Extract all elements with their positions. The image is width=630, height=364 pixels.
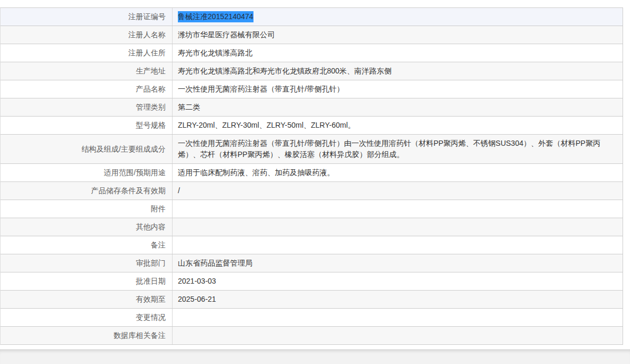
- table-row-production-address: 生产地址 寿光市化龙镇潍高路北和寿光市化龙镇政府北800米、南洋路东侧: [1, 62, 623, 80]
- table-row-approval-department: 审批部门 山东省药品监督管理局: [1, 254, 623, 272]
- row-label: 适用范围/预期用途: [1, 164, 172, 181]
- table-row-registration-number: 注册证编号 鲁械注准20152140474: [1, 8, 623, 26]
- row-label: 注册证编号: [1, 8, 172, 26]
- table-row-structure-composition: 结构及组成/主要组成成分 一次性使用无菌溶药注射器（带直孔针/带侧孔针）由一次性…: [1, 135, 623, 164]
- table-row-attachments: 附件: [1, 200, 623, 218]
- row-label: 批准日期: [1, 272, 172, 290]
- row-value: 山东省药品监督管理局: [172, 254, 623, 272]
- table-row-model-spec: 型号规格 ZLRY-20ml、ZLRY-30ml、ZLRY-50ml、ZLRY-…: [1, 117, 623, 135]
- table-row-registrant-address: 注册人住所 寿光市化龙镇潍高路北: [1, 44, 623, 62]
- selected-text[interactable]: 鲁械注准20152140474: [178, 11, 253, 22]
- table-row-management-category: 管理类别 第二类: [1, 98, 623, 117]
- row-value: 2021-03-03: [172, 272, 623, 290]
- row-value: [172, 218, 623, 236]
- row-value: [172, 327, 623, 344]
- row-label: 产品储存条件及有效期: [1, 182, 172, 200]
- row-value: 寿光市化龙镇潍高路北: [172, 44, 623, 62]
- table-row-remarks: 备注: [1, 236, 623, 254]
- row-value: [172, 309, 623, 326]
- device-registration-table: 注册证编号 鲁械注准20152140474 注册人名称 潍坊市华星医疗器械有限公…: [0, 7, 623, 345]
- row-value: 寿光市化龙镇潍高路北和寿光市化龙镇政府北800米、南洋路东侧: [172, 62, 623, 80]
- row-label: 型号规格: [1, 117, 172, 134]
- row-value: [172, 236, 623, 254]
- row-label: 有效期至: [1, 291, 172, 308]
- row-value: 鲁械注准20152140474: [172, 8, 623, 26]
- row-value: 一次性使用无菌溶药注射器（带直孔针/带侧孔针）: [172, 80, 623, 98]
- row-label: 管理类别: [1, 98, 172, 116]
- row-label: 其他内容: [1, 218, 172, 236]
- table-row-product-name: 产品名称 一次性使用无菌溶药注射器（带直孔针/带侧孔针）: [1, 80, 623, 98]
- row-label: 变更情况: [1, 309, 172, 326]
- table-row-database-remarks: 数据库相关备注: [1, 327, 623, 345]
- table-row-other-content: 其他内容: [1, 218, 623, 236]
- row-label: 审批部门: [1, 254, 172, 272]
- table-row-intended-use: 适用范围/预期用途 适用于临床配制药液、溶药、加药及抽吸药液。: [1, 164, 623, 182]
- row-value: ZLRY-20ml、ZLRY-30ml、ZLRY-50ml、ZLRY-60ml。: [172, 117, 623, 134]
- row-label: 注册人住所: [1, 44, 172, 62]
- row-label: 附件: [1, 200, 172, 218]
- row-value: 一次性使用无菌溶药注射器（带直孔针/带侧孔针）由一次性使用溶药针（材料PP聚丙烯…: [172, 135, 623, 163]
- row-value: /: [172, 182, 623, 200]
- row-value: 第二类: [172, 98, 623, 116]
- row-value: [172, 200, 623, 218]
- row-value: 2025-06-21: [172, 291, 623, 308]
- table-row-change-status: 变更情况: [1, 309, 623, 327]
- row-value: 潍坊市华星医疗器械有限公司: [172, 26, 623, 44]
- footer-band: [0, 349, 630, 364]
- row-label: 数据库相关备注: [1, 327, 172, 344]
- row-label: 生产地址: [1, 62, 172, 80]
- table-row-approval-date: 批准日期 2021-03-03: [1, 272, 623, 291]
- table-row-registrant-name: 注册人名称 潍坊市华星医疗器械有限公司: [1, 26, 623, 44]
- row-label: 注册人名称: [1, 26, 172, 44]
- row-label: 产品名称: [1, 80, 172, 98]
- row-value: 适用于临床配制药液、溶药、加药及抽吸药液。: [172, 164, 623, 181]
- table-row-valid-until: 有效期至 2025-06-21: [1, 291, 623, 309]
- table-row-storage-conditions: 产品储存条件及有效期 /: [1, 182, 623, 200]
- row-label: 结构及组成/主要组成成分: [1, 135, 172, 163]
- row-label: 备注: [1, 236, 172, 254]
